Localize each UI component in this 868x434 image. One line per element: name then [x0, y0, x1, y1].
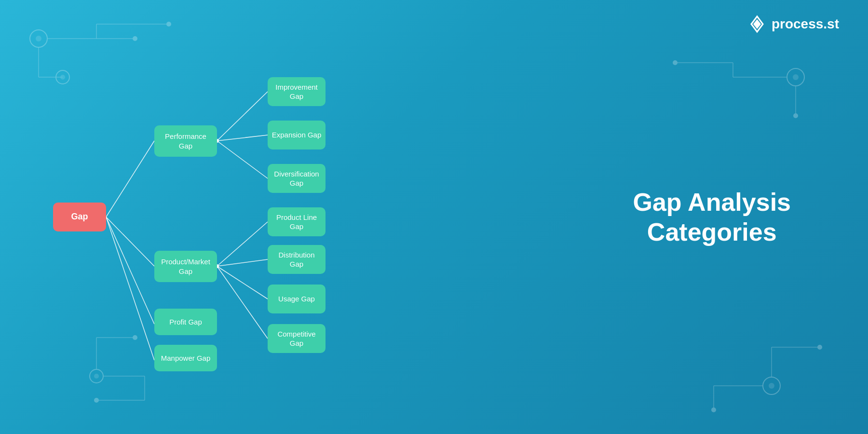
node-expansion: Expansion Gap: [268, 121, 326, 149]
svg-point-29: [763, 377, 780, 394]
svg-line-40: [106, 217, 154, 266]
svg-point-33: [711, 407, 716, 412]
node-gap: Gap: [53, 203, 106, 231]
node-competitive: CompetitiveGap: [268, 324, 326, 353]
main-title: Gap Analysis Categories: [633, 187, 791, 247]
node-performance: PerformanceGap: [154, 125, 217, 157]
svg-point-19: [793, 113, 798, 118]
svg-point-30: [769, 383, 774, 389]
svg-line-41: [106, 217, 154, 324]
svg-line-51: [217, 266, 268, 339]
diagram: Gap PerformanceGap Product/MarketGap Pro…: [39, 29, 410, 405]
svg-line-42: [106, 217, 154, 360]
node-improvement: ImprovementGap: [268, 77, 326, 106]
node-productline: Product LineGap: [268, 207, 326, 236]
logo-text: process.st: [772, 16, 839, 32]
svg-line-47: [217, 222, 268, 266]
node-diversification: DiversificationGap: [268, 164, 326, 193]
node-profit: Profit Gap: [154, 309, 217, 335]
svg-point-12: [787, 68, 804, 86]
title-area: Gap Analysis Categories: [633, 187, 791, 247]
svg-line-45: [217, 135, 268, 141]
svg-point-5: [166, 22, 171, 27]
node-manpower: Manpower Gap: [154, 345, 217, 371]
logo-icon: [747, 14, 767, 34]
svg-point-13: [793, 74, 799, 80]
svg-line-46: [217, 141, 268, 178]
svg-line-49: [217, 259, 268, 266]
svg-line-43: [217, 92, 268, 141]
logo: process.st: [747, 14, 839, 34]
node-usage: Usage Gap: [268, 285, 326, 313]
svg-point-17: [673, 60, 678, 65]
node-product-market: Product/MarketGap: [154, 251, 217, 282]
node-distribution: DistributionGap: [268, 245, 326, 274]
svg-line-39: [106, 141, 154, 217]
svg-point-36: [817, 345, 822, 350]
svg-line-50: [217, 266, 268, 299]
